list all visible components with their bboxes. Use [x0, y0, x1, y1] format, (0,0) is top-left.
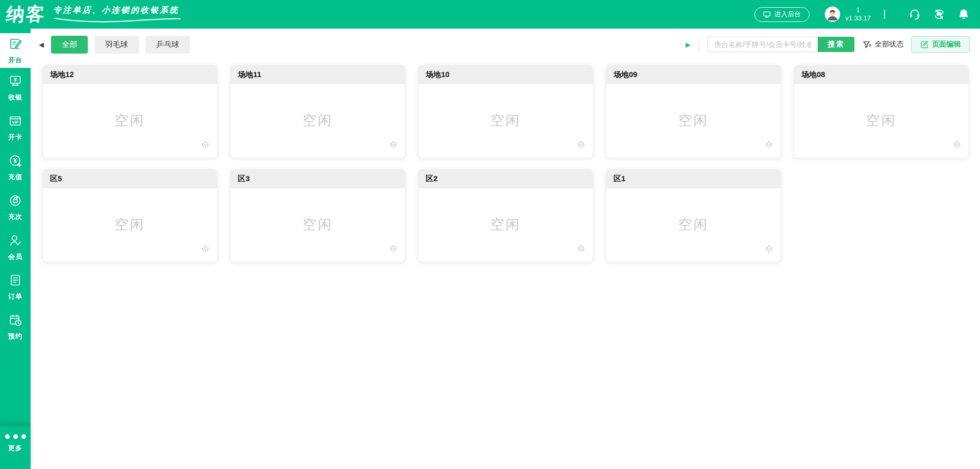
- venue-status: 空闲: [115, 111, 145, 132]
- lamp-icon[interactable]: [200, 243, 211, 257]
- page-edit-button[interactable]: 页面编辑: [911, 36, 970, 53]
- svg-text:¥: ¥: [14, 77, 17, 82]
- venue-status: 空闲: [678, 215, 709, 236]
- monitor-icon: [763, 11, 771, 18]
- recharge-times-icon: [8, 193, 22, 210]
- venue-grid: 场地12 空闲 场地11 空闲 场地10 空闲 场地09 空闲 场地08 空闲: [31, 60, 980, 262]
- venue-status: 空闲: [303, 215, 333, 236]
- store-name: 1: [856, 6, 860, 14]
- sidebar-item-open-table[interactable]: 开台: [0, 33, 31, 68]
- sidebar-item-vip-card[interactable]: VIP 开卡: [0, 108, 31, 147]
- sidebar-item-label: 开台: [8, 56, 22, 65]
- venue-name: 区1: [606, 169, 780, 188]
- recharge-icon: ¥: [8, 154, 22, 170]
- category-tabs: 全部羽毛球乒乓球: [51, 36, 190, 54]
- venue-card[interactable]: 区1 空闲: [606, 169, 781, 262]
- venue-status: 空闲: [115, 215, 145, 236]
- app-header: 纳客 专注单店、小连锁的收银系统 进入后台 1 v1.33.17: [0, 0, 980, 29]
- sidebar-item-label: 收银: [8, 93, 22, 102]
- sidebar-item-label: 开卡: [8, 133, 22, 142]
- venue-status: 空闲: [491, 111, 521, 132]
- venue-name: 场地09: [606, 65, 780, 84]
- svg-text:VIP: VIP: [12, 119, 19, 124]
- venue-name: 场地08: [794, 65, 968, 84]
- venue-name: 区3: [231, 169, 405, 188]
- venue-name: 场地11: [231, 65, 405, 84]
- sidebar-item-recharge-times[interactable]: 充次: [0, 187, 31, 227]
- venue-name: 场地12: [43, 65, 217, 84]
- enter-backend-button[interactable]: 进入后台: [754, 7, 810, 22]
- venue-status: 空闲: [678, 111, 709, 132]
- cashier-icon: ¥: [8, 74, 22, 90]
- open-table-icon: [8, 37, 22, 53]
- version-label: v1.33.17: [845, 14, 871, 22]
- sidebar-item-recharge[interactable]: ¥ 充值: [0, 147, 31, 187]
- search-button[interactable]: 搜索: [818, 37, 854, 52]
- sidebar-item-member[interactable]: 会员: [0, 227, 31, 267]
- sidebar-more-label: 更多: [8, 443, 22, 453]
- edit-pencil-icon: [920, 40, 928, 48]
- venue-card[interactable]: 场地08 空闲: [794, 65, 969, 158]
- sidebar-item-order[interactable]: 订单: [0, 267, 31, 307]
- sync-cloud-icon[interactable]: [933, 8, 945, 20]
- vip-card-icon: VIP: [8, 114, 22, 130]
- venue-card[interactable]: 场地09 空闲: [606, 65, 781, 158]
- tabs-scroll-left-icon[interactable]: ◀: [39, 41, 44, 48]
- lamp-icon[interactable]: [951, 139, 963, 153]
- avatar-person-icon: [825, 7, 840, 22]
- status-filter-label: 全部状态: [875, 40, 903, 49]
- lamp-icon[interactable]: [575, 243, 587, 257]
- booking-icon: [8, 313, 22, 329]
- sidebar-item-label: 充次: [8, 212, 22, 221]
- tabs-scroll-right-icon[interactable]: ▶: [685, 41, 691, 48]
- svg-text:¥: ¥: [13, 157, 17, 164]
- sidebar-item-label: 会员: [8, 252, 22, 261]
- sidebar-item-label: 预约: [8, 332, 22, 341]
- notification-bell-icon[interactable]: [958, 8, 970, 20]
- lamp-icon[interactable]: [763, 243, 775, 257]
- avatar[interactable]: [825, 7, 840, 22]
- status-filter[interactable]: 全部状态: [863, 40, 903, 49]
- venue-card[interactable]: 区3 空闲: [230, 169, 405, 262]
- header-divider: [884, 10, 885, 19]
- sidebar-item-cashier[interactable]: ¥ 收银: [0, 68, 31, 108]
- tab-1[interactable]: 羽毛球: [94, 36, 139, 54]
- enter-backend-label: 进入后台: [774, 10, 801, 19]
- venue-name: 区5: [43, 169, 217, 188]
- venue-card[interactable]: 区2 空闲: [418, 169, 593, 262]
- toolbar-divider: [699, 36, 699, 53]
- toolbar: ◀ 全部羽毛球乒乓球 ▶ 搜索 全部状态 页面编辑: [31, 29, 980, 60]
- lamp-icon[interactable]: [763, 139, 775, 153]
- search-input[interactable]: [707, 37, 818, 52]
- page-edit-label: 页面编辑: [932, 40, 961, 49]
- tagline-underline: [53, 17, 182, 24]
- sidebar-item-label: 充值: [8, 172, 22, 182]
- venue-name: 场地10: [419, 65, 593, 84]
- lamp-icon[interactable]: [200, 139, 211, 153]
- more-dots-icon: [5, 434, 26, 439]
- sidebar-item-booking[interactable]: 预约: [0, 307, 31, 347]
- venue-card[interactable]: 区5 空闲: [42, 169, 217, 262]
- sidebar-item-more[interactable]: 更多: [0, 426, 31, 469]
- venue-status: 空闲: [491, 215, 521, 236]
- app-logo: 纳客: [5, 1, 47, 28]
- venue-status: 空闲: [866, 111, 897, 132]
- lamp-icon[interactable]: [387, 139, 399, 153]
- venue-card[interactable]: 场地11 空闲: [230, 65, 405, 158]
- filter-funnel-icon: [863, 40, 871, 49]
- tab-2[interactable]: 乒乓球: [145, 36, 190, 54]
- lamp-icon[interactable]: [387, 243, 399, 257]
- main-content: ◀ 全部羽毛球乒乓球 ▶ 搜索 全部状态 页面编辑 场地12 空闲: [31, 29, 980, 469]
- venue-status: 空闲: [303, 111, 333, 132]
- venue-name: 区2: [419, 169, 593, 188]
- member-icon: [8, 233, 22, 250]
- sidebar-item-label: 订单: [8, 292, 22, 301]
- sidebar: 开台¥ 收银VIP 开卡¥ 充值 充次 会员 订单 预约 更多: [0, 29, 31, 469]
- brand: 纳客 专注单店、小连锁的收银系统: [6, 1, 182, 28]
- venue-card[interactable]: 场地12 空闲: [42, 65, 217, 158]
- venue-card[interactable]: 场地10 空闲: [418, 65, 593, 158]
- lamp-icon[interactable]: [575, 139, 587, 153]
- tab-all[interactable]: 全部: [51, 36, 88, 54]
- customer-service-icon[interactable]: [909, 8, 921, 20]
- order-icon: [8, 273, 22, 289]
